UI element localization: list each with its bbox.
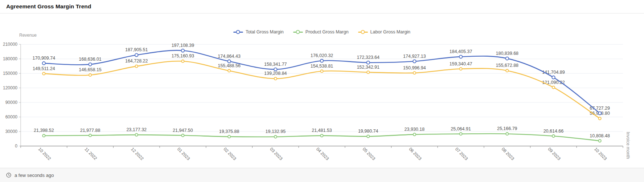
data-point-marker-total-gross-margin[interactable] bbox=[227, 60, 230, 63]
data-point-marker-total-gross-margin[interactable] bbox=[135, 53, 138, 56]
x-axis-tick-label: 02 2023 bbox=[222, 146, 237, 161]
clock-icon bbox=[6, 173, 11, 178]
data-label-total-gross-margin: 168,636.01 bbox=[79, 57, 102, 62]
data-point-marker-labor-gross-margin[interactable] bbox=[228, 69, 230, 72]
data-point-marker-labor-gross-margin[interactable] bbox=[506, 69, 508, 72]
data-label-product-gross-margn: 23,177.32 bbox=[126, 127, 147, 132]
data-point-marker-product-gross-margn[interactable] bbox=[320, 134, 323, 137]
data-label-total-gross-margin: 176,020.32 bbox=[311, 53, 333, 58]
x-axis-tick-label: 05 2023 bbox=[362, 146, 377, 161]
data-point-marker-product-gross-margn[interactable] bbox=[599, 139, 601, 142]
data-label-total-gross-margin: 67,727.29 bbox=[590, 106, 610, 111]
data-point-marker-total-gross-margin[interactable] bbox=[42, 62, 45, 65]
data-point-marker-labor-gross-margin[interactable] bbox=[135, 65, 138, 68]
data-label-total-gross-margin: 170,909.74 bbox=[33, 56, 56, 61]
data-point-marker-labor-gross-margin[interactable] bbox=[42, 72, 45, 75]
y-axis-tick-label: 60000 bbox=[5, 114, 18, 120]
legend-label: Labor Gross Margin bbox=[370, 29, 410, 35]
data-point-marker-total-gross-margin[interactable] bbox=[320, 59, 323, 62]
data-point-marker-labor-gross-margin[interactable] bbox=[89, 74, 91, 76]
data-label-product-gross-margn: 25,166.79 bbox=[497, 126, 517, 131]
data-label-product-gross-margn: 19,375.88 bbox=[219, 129, 239, 134]
data-label-labor-gross-margin: 146,658.15 bbox=[79, 67, 102, 72]
y-axis-tick-label: 90000 bbox=[5, 100, 18, 105]
data-point-marker-total-gross-margin[interactable] bbox=[413, 60, 416, 63]
x-axis-tick-label: 03 2023 bbox=[269, 146, 284, 161]
data-point-marker-labor-gross-margin[interactable] bbox=[413, 72, 416, 74]
legend-item-product-gross-margn[interactable]: Product Gross Margn bbox=[293, 29, 349, 35]
data-label-total-gross-margin: 172,323.64 bbox=[357, 55, 380, 60]
data-point-marker-product-gross-margn[interactable] bbox=[506, 133, 508, 135]
data-label-labor-gross-margin: 175,160.93 bbox=[172, 53, 194, 58]
legend-label: Product Gross Margn bbox=[305, 29, 349, 35]
legend-label: Total Gross Margin bbox=[246, 29, 284, 35]
legend-line-circle-icon bbox=[233, 32, 243, 33]
x-axis-tick-label: 04 2023 bbox=[315, 146, 330, 161]
legend-item-labor-gross-margin[interactable]: Labor Gross Margin bbox=[358, 29, 410, 35]
x-axis-tick-label: 01 2023 bbox=[176, 146, 191, 161]
legend-item-total-gross-margin[interactable]: Total Gross Margin bbox=[233, 29, 284, 35]
x-axis-tick-label: 10 2023 bbox=[593, 146, 608, 161]
y-axis-tick-label: 120000 bbox=[3, 85, 17, 90]
data-label-product-gross-margn: 19,132.95 bbox=[266, 129, 286, 134]
data-label-total-gross-margin: 180,839.68 bbox=[496, 51, 518, 56]
data-point-marker-labor-gross-margin[interactable] bbox=[181, 60, 184, 62]
data-label-product-gross-margn: 21,481.53 bbox=[312, 128, 332, 133]
data-label-labor-gross-margin: 139,208.84 bbox=[264, 71, 287, 76]
legend-line-circle-icon bbox=[293, 32, 303, 33]
data-point-marker-product-gross-margn[interactable] bbox=[135, 133, 138, 136]
data-label-product-gross-margn: 10,808.48 bbox=[590, 133, 610, 138]
x-axis-tick-label: 06 2023 bbox=[408, 146, 423, 161]
data-label-product-gross-margn: 21,398.52 bbox=[34, 128, 54, 133]
data-point-marker-total-gross-margin[interactable] bbox=[506, 57, 509, 60]
x-axis-tick-label: 10 2022 bbox=[37, 146, 52, 161]
data-point-marker-product-gross-margn[interactable] bbox=[459, 133, 462, 135]
data-label-product-gross-margn: 25,064.91 bbox=[451, 126, 471, 132]
data-label-product-gross-margn: 23,930.18 bbox=[405, 127, 425, 132]
x-axis-tick-label: 09 2023 bbox=[547, 146, 562, 161]
data-label-product-gross-margn: 21,947.50 bbox=[173, 128, 193, 133]
data-label-total-gross-margin: 197,108.39 bbox=[172, 43, 194, 48]
x-axis-tick-label: 07 2023 bbox=[454, 146, 469, 161]
card-header: Agreement Gross Margin Trend bbox=[0, 0, 644, 13]
data-label-labor-gross-margin: 154,538.81 bbox=[311, 64, 333, 69]
data-point-marker-total-gross-margin[interactable] bbox=[274, 68, 277, 71]
data-point-marker-total-gross-margin[interactable] bbox=[366, 61, 369, 64]
x-axis-tick-label: 12 2022 bbox=[130, 146, 145, 161]
chart-legend: Total Gross MarginProduct Gross MargnLab… bbox=[21, 29, 623, 35]
data-label-product-gross-margn: 20,614.66 bbox=[543, 129, 564, 134]
data-point-marker-labor-gross-margin[interactable] bbox=[320, 70, 323, 72]
data-label-total-gross-margin: 187,905.51 bbox=[125, 47, 148, 52]
data-point-marker-product-gross-margn[interactable] bbox=[367, 135, 369, 138]
data-point-marker-product-gross-margn[interactable] bbox=[228, 136, 230, 138]
data-point-marker-total-gross-margin[interactable] bbox=[181, 49, 184, 52]
data-label-labor-gross-margin: 159,340.47 bbox=[450, 61, 472, 66]
data-point-marker-total-gross-margin[interactable] bbox=[89, 63, 91, 66]
data-point-marker-labor-gross-margin[interactable] bbox=[367, 71, 369, 73]
data-label-labor-gross-margin: 149,511.24 bbox=[33, 66, 55, 71]
data-point-marker-labor-gross-margin[interactable] bbox=[459, 68, 462, 70]
data-point-marker-total-gross-margin[interactable] bbox=[552, 76, 555, 79]
data-point-marker-product-gross-margn[interactable] bbox=[413, 133, 416, 136]
line-chart: 0300006000090000120000150000180000210000… bbox=[0, 13, 644, 168]
x-axis-tick-label: 11 2022 bbox=[83, 146, 98, 161]
data-point-marker-product-gross-margn[interactable] bbox=[552, 135, 555, 137]
y-axis-tick-label: 210000 bbox=[3, 42, 17, 47]
data-point-marker-labor-gross-margin[interactable] bbox=[599, 117, 601, 120]
status-bar: a few seconds ago bbox=[0, 168, 644, 182]
data-point-marker-labor-gross-margin[interactable] bbox=[552, 86, 555, 89]
x-axis-title: Invoice month bbox=[625, 132, 631, 159]
legend-line-circle-icon bbox=[358, 32, 368, 33]
data-point-marker-product-gross-margn[interactable] bbox=[89, 134, 91, 137]
data-point-marker-total-gross-margin[interactable] bbox=[598, 112, 601, 114]
data-point-marker-product-gross-margn[interactable] bbox=[181, 134, 184, 137]
data-label-total-gross-margin: 184,405.37 bbox=[450, 49, 472, 54]
data-point-marker-total-gross-margin[interactable] bbox=[459, 55, 462, 58]
data-point-marker-product-gross-margn[interactable] bbox=[274, 136, 277, 138]
data-label-total-gross-margin: 141,704.89 bbox=[542, 70, 565, 75]
data-point-marker-product-gross-margn[interactable] bbox=[42, 134, 45, 137]
data-label-product-gross-margn: 19,980.74 bbox=[358, 129, 378, 134]
data-point-marker-labor-gross-margin[interactable] bbox=[274, 77, 277, 80]
data-label-labor-gross-margin: 164,728.22 bbox=[125, 58, 148, 64]
y-axis-tick-label: 150000 bbox=[3, 71, 17, 76]
